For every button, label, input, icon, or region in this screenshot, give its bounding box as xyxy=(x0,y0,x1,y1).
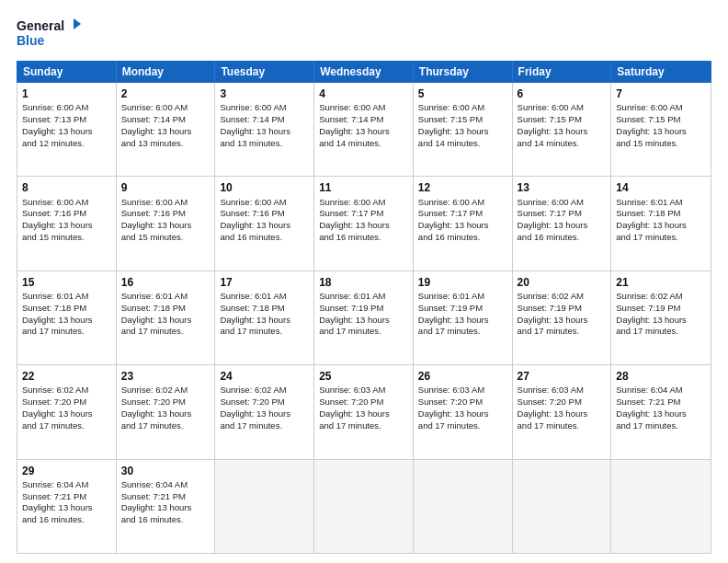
day-number: 2 xyxy=(121,86,210,101)
day-cell-16: 16Sunrise: 6:01 AM Sunset: 7:18 PM Dayli… xyxy=(117,271,216,364)
day-cell-30: 30Sunrise: 6:04 AM Sunset: 7:21 PM Dayli… xyxy=(117,460,216,553)
day-info: Sunrise: 6:00 AM Sunset: 7:14 PM Dayligh… xyxy=(220,102,290,147)
day-info: Sunrise: 6:00 AM Sunset: 7:16 PM Dayligh… xyxy=(121,197,192,242)
day-cell-7: 7Sunrise: 6:00 AM Sunset: 7:15 PM Daylig… xyxy=(611,83,711,176)
logo-svg: General Blue xyxy=(17,17,81,52)
day-number: 6 xyxy=(518,86,607,101)
calendar-header: SundayMondayTuesdayWednesdayThursdayFrid… xyxy=(17,61,711,83)
day-number: 22 xyxy=(22,369,111,384)
day-cell-2: 2Sunrise: 6:00 AM Sunset: 7:14 PM Daylig… xyxy=(117,83,216,176)
header-cell-sunday: Sunday xyxy=(17,61,117,83)
svg-marker-2 xyxy=(74,18,81,29)
logo: General Blue xyxy=(17,17,81,52)
header-cell-monday: Monday xyxy=(117,61,216,83)
day-info: Sunrise: 6:02 AM Sunset: 7:19 PM Dayligh… xyxy=(616,291,687,336)
day-info: Sunrise: 6:03 AM Sunset: 7:20 PM Dayligh… xyxy=(518,385,588,430)
calendar-row-0: 1Sunrise: 6:00 AM Sunset: 7:13 PM Daylig… xyxy=(17,83,711,177)
day-info: Sunrise: 6:00 AM Sunset: 7:15 PM Dayligh… xyxy=(616,102,687,147)
day-info: Sunrise: 6:01 AM Sunset: 7:18 PM Dayligh… xyxy=(22,291,93,336)
day-number: 3 xyxy=(220,86,309,101)
day-info: Sunrise: 6:04 AM Sunset: 7:21 PM Dayligh… xyxy=(121,479,192,524)
day-number: 30 xyxy=(121,464,210,478)
day-cell-3: 3Sunrise: 6:00 AM Sunset: 7:14 PM Daylig… xyxy=(215,83,314,176)
day-info: Sunrise: 6:01 AM Sunset: 7:19 PM Dayligh… xyxy=(418,291,489,336)
day-cell-27: 27Sunrise: 6:03 AM Sunset: 7:20 PM Dayli… xyxy=(513,365,612,458)
day-cell-14: 14Sunrise: 6:01 AM Sunset: 7:18 PM Dayli… xyxy=(611,177,711,270)
day-number: 9 xyxy=(121,180,210,195)
day-cell-1: 1Sunrise: 6:00 AM Sunset: 7:13 PM Daylig… xyxy=(17,83,117,176)
day-number: 25 xyxy=(319,369,408,384)
day-info: Sunrise: 6:00 AM Sunset: 7:17 PM Dayligh… xyxy=(319,197,390,242)
header-cell-thursday: Thursday xyxy=(414,61,513,83)
calendar-body: 1Sunrise: 6:00 AM Sunset: 7:13 PM Daylig… xyxy=(17,83,711,554)
day-cell-6: 6Sunrise: 6:00 AM Sunset: 7:15 PM Daylig… xyxy=(513,83,612,176)
day-number: 27 xyxy=(518,369,607,384)
day-number: 28 xyxy=(616,369,706,384)
day-info: Sunrise: 6:01 AM Sunset: 7:18 PM Dayligh… xyxy=(616,197,687,242)
day-number: 1 xyxy=(22,86,111,101)
header-cell-saturday: Saturday xyxy=(611,61,711,83)
day-number: 10 xyxy=(220,180,309,195)
day-number: 4 xyxy=(319,86,408,101)
day-info: Sunrise: 6:01 AM Sunset: 7:18 PM Dayligh… xyxy=(121,291,192,336)
day-info: Sunrise: 6:01 AM Sunset: 7:19 PM Dayligh… xyxy=(319,291,390,336)
empty-cell xyxy=(611,460,711,553)
day-cell-8: 8Sunrise: 6:00 AM Sunset: 7:16 PM Daylig… xyxy=(17,177,117,270)
header-cell-tuesday: Tuesday xyxy=(215,61,314,83)
calendar: SundayMondayTuesdayWednesdayThursdayFrid… xyxy=(17,61,711,554)
day-number: 18 xyxy=(319,275,408,290)
day-number: 12 xyxy=(418,180,507,195)
day-info: Sunrise: 6:00 AM Sunset: 7:17 PM Dayligh… xyxy=(418,197,489,242)
day-number: 8 xyxy=(22,180,111,195)
day-cell-25: 25Sunrise: 6:03 AM Sunset: 7:20 PM Dayli… xyxy=(314,365,414,458)
empty-cell xyxy=(414,460,513,553)
calendar-row-2: 15Sunrise: 6:01 AM Sunset: 7:18 PM Dayli… xyxy=(17,271,711,365)
day-cell-10: 10Sunrise: 6:00 AM Sunset: 7:16 PM Dayli… xyxy=(215,177,314,270)
day-cell-26: 26Sunrise: 6:03 AM Sunset: 7:20 PM Dayli… xyxy=(414,365,513,458)
day-cell-29: 29Sunrise: 6:04 AM Sunset: 7:21 PM Dayli… xyxy=(17,460,117,553)
day-number: 24 xyxy=(220,369,309,384)
day-cell-21: 21Sunrise: 6:02 AM Sunset: 7:19 PM Dayli… xyxy=(611,271,711,364)
day-info: Sunrise: 6:00 AM Sunset: 7:17 PM Dayligh… xyxy=(518,197,588,242)
day-info: Sunrise: 6:00 AM Sunset: 7:16 PM Dayligh… xyxy=(22,197,93,242)
empty-cell xyxy=(513,460,612,553)
day-cell-11: 11Sunrise: 6:00 AM Sunset: 7:17 PM Dayli… xyxy=(314,177,414,270)
day-cell-9: 9Sunrise: 6:00 AM Sunset: 7:16 PM Daylig… xyxy=(117,177,216,270)
day-number: 26 xyxy=(418,369,507,384)
day-number: 21 xyxy=(616,275,706,290)
header: General Blue xyxy=(17,17,711,52)
day-number: 11 xyxy=(319,180,408,195)
day-info: Sunrise: 6:00 AM Sunset: 7:15 PM Dayligh… xyxy=(518,102,588,147)
day-cell-13: 13Sunrise: 6:00 AM Sunset: 7:17 PM Dayli… xyxy=(513,177,612,270)
page: General Blue SundayMondayTuesdayWednesda… xyxy=(0,0,728,563)
day-info: Sunrise: 6:00 AM Sunset: 7:13 PM Dayligh… xyxy=(22,102,93,147)
day-cell-4: 4Sunrise: 6:00 AM Sunset: 7:14 PM Daylig… xyxy=(314,83,414,176)
day-cell-24: 24Sunrise: 6:02 AM Sunset: 7:20 PM Dayli… xyxy=(215,365,314,458)
empty-cell xyxy=(215,460,314,553)
day-number: 23 xyxy=(121,369,210,384)
day-cell-18: 18Sunrise: 6:01 AM Sunset: 7:19 PM Dayli… xyxy=(314,271,414,364)
header-cell-wednesday: Wednesday xyxy=(314,61,414,83)
header-cell-friday: Friday xyxy=(513,61,612,83)
day-cell-23: 23Sunrise: 6:02 AM Sunset: 7:20 PM Dayli… xyxy=(117,365,216,458)
day-info: Sunrise: 6:02 AM Sunset: 7:20 PM Dayligh… xyxy=(22,385,93,430)
day-number: 17 xyxy=(220,275,309,290)
day-cell-20: 20Sunrise: 6:02 AM Sunset: 7:19 PM Dayli… xyxy=(513,271,612,364)
day-cell-17: 17Sunrise: 6:01 AM Sunset: 7:18 PM Dayli… xyxy=(215,271,314,364)
day-info: Sunrise: 6:02 AM Sunset: 7:20 PM Dayligh… xyxy=(220,385,290,430)
calendar-row-1: 8Sunrise: 6:00 AM Sunset: 7:16 PM Daylig… xyxy=(17,177,711,270)
day-number: 19 xyxy=(418,275,507,290)
day-number: 16 xyxy=(121,275,210,290)
day-number: 14 xyxy=(616,180,706,195)
day-info: Sunrise: 6:02 AM Sunset: 7:19 PM Dayligh… xyxy=(518,291,588,336)
day-number: 7 xyxy=(616,86,706,101)
calendar-row-4: 29Sunrise: 6:04 AM Sunset: 7:21 PM Dayli… xyxy=(17,460,711,553)
day-cell-22: 22Sunrise: 6:02 AM Sunset: 7:20 PM Dayli… xyxy=(17,365,117,458)
day-number: 20 xyxy=(518,275,607,290)
day-cell-12: 12Sunrise: 6:00 AM Sunset: 7:17 PM Dayli… xyxy=(414,177,513,270)
day-info: Sunrise: 6:03 AM Sunset: 7:20 PM Dayligh… xyxy=(319,385,390,430)
day-info: Sunrise: 6:00 AM Sunset: 7:14 PM Dayligh… xyxy=(121,102,192,147)
day-info: Sunrise: 6:00 AM Sunset: 7:16 PM Dayligh… xyxy=(220,197,290,242)
svg-text:General: General xyxy=(17,18,64,33)
day-cell-5: 5Sunrise: 6:00 AM Sunset: 7:15 PM Daylig… xyxy=(414,83,513,176)
